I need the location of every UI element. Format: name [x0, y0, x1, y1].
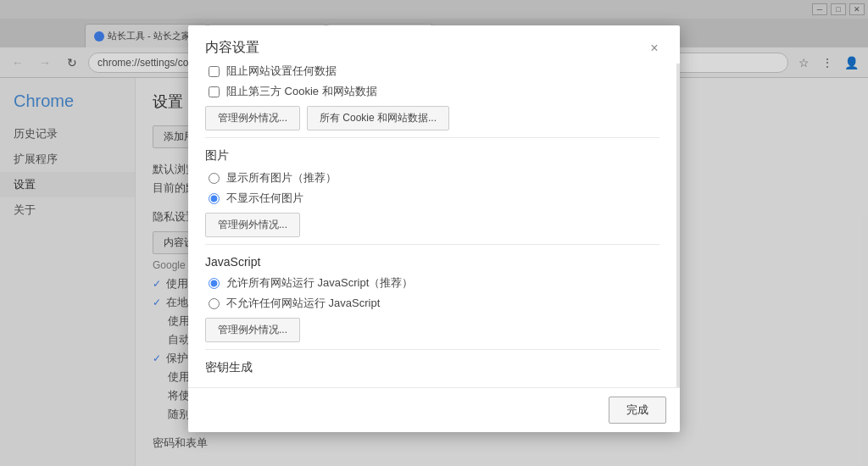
javascript-radio-2-input[interactable]: [209, 298, 220, 309]
images-radio-1-input[interactable]: [209, 173, 220, 184]
cookies-checkbox-2[interactable]: 阻止第三方 Cookie 和网站数据: [205, 84, 659, 99]
divider-3: [205, 349, 659, 350]
images-radio-2[interactable]: 不显示任何图片: [205, 191, 659, 206]
modal-overlay: 内容设置 × 阻止网站设置任何数据 阻止第三方 Cookie 和网站数据: [0, 78, 868, 466]
images-radio-1[interactable]: 显示所有图片（推荐）: [205, 170, 659, 186]
manage-exceptions-js-button[interactable]: 管理例外情况...: [205, 318, 300, 342]
content-settings-modal: 内容设置 × 阻止网站设置任何数据 阻止第三方 Cookie 和网站数据: [188, 78, 680, 432]
javascript-radio-1-input[interactable]: [209, 278, 220, 289]
images-radio-2-input[interactable]: [209, 193, 220, 204]
cookies-checkbox-2-label: 阻止第三方 Cookie 和网站数据: [226, 84, 377, 99]
browser-frame: ─ □ ✕ 站长工具 - 站长之家 × 用户管理中心|西部… ✕ 设置 - 内容…: [0, 0, 868, 466]
content-area: Chrome 历史记录 扩展程序 设置 关于 设置 添加用户... 默认浏览器 …: [0, 78, 868, 466]
manage-exceptions-images-button[interactable]: 管理例外情况...: [205, 213, 300, 237]
images-radio-1-label: 显示所有图片（推荐）: [226, 170, 337, 186]
javascript-radio-1-label: 允许所有网站运行 JavaScript（推荐）: [226, 275, 413, 291]
cookies-btn-group: 管理例外情况... 所有 Cookie 和网站数据...: [205, 106, 659, 130]
manage-exceptions-cookies-button[interactable]: 管理例外情况...: [205, 106, 300, 130]
images-section-title: 图片: [205, 148, 659, 164]
cookies-checkbox-1[interactable]: 阻止网站设置任何数据: [205, 78, 659, 79]
keygen-section-title: 密钥生成: [205, 360, 659, 375]
all-cookies-button[interactable]: 所有 Cookie 和网站数据...: [307, 106, 449, 130]
javascript-btn-group: 管理例外情况...: [205, 318, 659, 342]
modal-footer: 完成: [188, 387, 680, 432]
done-button[interactable]: 完成: [609, 397, 666, 424]
modal-body[interactable]: 阻止网站设置任何数据 阻止第三方 Cookie 和网站数据 管理例外情况... …: [188, 78, 680, 387]
cookies-checkbox-2-input[interactable]: [209, 86, 220, 97]
cookies-checkbox-1-label: 阻止网站设置任何数据: [226, 78, 337, 79]
images-radio-2-label: 不显示任何图片: [226, 191, 303, 206]
images-btn-group: 管理例外情况...: [205, 213, 659, 237]
javascript-radio-2[interactable]: 不允许任何网站运行 JavaScript: [205, 296, 659, 311]
divider-2: [205, 244, 659, 245]
divider-1: [205, 137, 659, 138]
javascript-section-title: JavaScript: [205, 255, 659, 269]
javascript-radio-1[interactable]: 允许所有网站运行 JavaScript（推荐）: [205, 275, 659, 291]
javascript-radio-2-label: 不允许任何网站运行 JavaScript: [226, 296, 380, 311]
